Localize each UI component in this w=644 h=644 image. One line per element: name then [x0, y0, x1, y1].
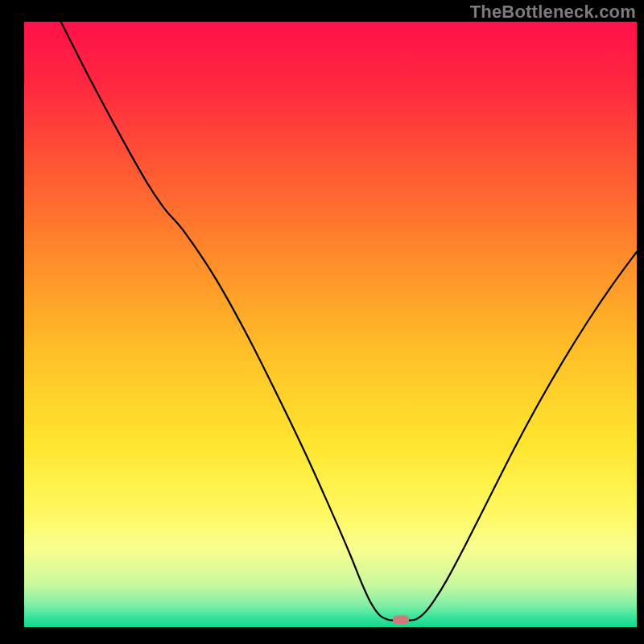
bottleneck-chart: [0, 0, 644, 644]
plot-background: [24, 22, 637, 627]
watermark-text: TheBottleneck.com: [470, 2, 636, 23]
target-marker: [393, 615, 409, 624]
